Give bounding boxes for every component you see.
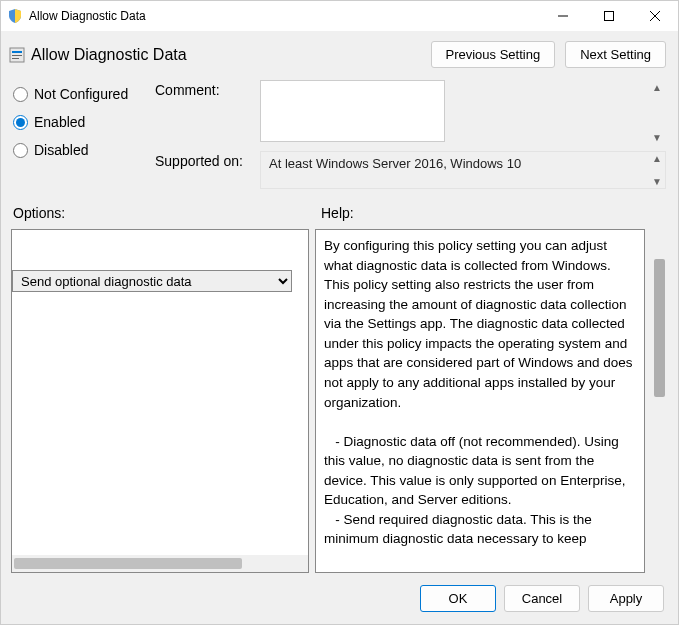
svg-rect-1 <box>605 12 614 21</box>
supported-on-value: At least Windows Server 2016, Windows 10 <box>260 151 666 189</box>
svg-rect-7 <box>12 58 19 59</box>
comment-scrollbar[interactable]: ▲ ▼ <box>649 82 665 143</box>
radio-not-configured-label: Not Configured <box>34 86 128 102</box>
options-select[interactable]: Send optional diagnostic data <box>12 270 292 292</box>
config-area: Not Configured Enabled Disabled Comment:… <box>1 74 678 193</box>
next-setting-button[interactable]: Next Setting <box>565 41 666 68</box>
radio-enabled[interactable]: Enabled <box>13 114 143 130</box>
radio-not-configured[interactable]: Not Configured <box>13 86 143 102</box>
previous-setting-button[interactable]: Previous Setting <box>431 41 556 68</box>
radio-disabled-label: Disabled <box>34 142 88 158</box>
svg-rect-6 <box>12 55 22 56</box>
title-bar: Allow Diagnostic Data <box>1 1 678 31</box>
scroll-up-icon: ▲ <box>649 82 665 93</box>
radio-disabled[interactable]: Disabled <box>13 142 143 158</box>
options-label: Options: <box>13 205 313 221</box>
radio-not-configured-input[interactable] <box>13 87 28 102</box>
help-label: Help: <box>313 205 666 221</box>
options-horizontal-scrollbar[interactable] <box>12 555 308 572</box>
supported-scrollbar: ▲ ▼ <box>649 153 665 187</box>
window-title: Allow Diagnostic Data <box>29 9 540 23</box>
supported-on-label: Supported on: <box>155 151 250 169</box>
radio-group: Not Configured Enabled Disabled <box>13 80 143 189</box>
ok-button[interactable]: OK <box>420 585 496 612</box>
policy-title: Allow Diagnostic Data <box>31 46 431 64</box>
close-button[interactable] <box>632 1 678 31</box>
scrollbar-thumb[interactable] <box>654 259 665 397</box>
scroll-down-icon: ▼ <box>649 176 665 187</box>
dialog-footer: OK Cancel Apply <box>1 577 678 624</box>
cancel-button[interactable]: Cancel <box>504 585 580 612</box>
help-vertical-scrollbar[interactable] <box>651 229 668 573</box>
radio-enabled-label: Enabled <box>34 114 85 130</box>
apply-button[interactable]: Apply <box>588 585 664 612</box>
window-controls <box>540 1 678 31</box>
radio-enabled-input[interactable] <box>13 115 28 130</box>
help-panel: By configuring this policy setting you c… <box>315 229 645 573</box>
policy-icon <box>9 47 25 63</box>
scroll-up-icon: ▲ <box>649 153 665 164</box>
panels-row: Send optional diagnostic data By configu… <box>1 225 678 577</box>
dialog-window: Allow Diagnostic Data Allow Diagnostic D… <box>0 0 679 625</box>
scrollbar-thumb[interactable] <box>14 558 242 569</box>
scroll-down-icon: ▼ <box>649 132 665 143</box>
svg-rect-5 <box>12 51 22 53</box>
panel-labels: Options: Help: <box>1 193 678 225</box>
minimize-button[interactable] <box>540 1 586 31</box>
app-icon <box>7 8 23 24</box>
help-text: By configuring this policy setting you c… <box>316 230 644 572</box>
options-panel: Send optional diagnostic data <box>11 229 309 573</box>
maximize-button[interactable] <box>586 1 632 31</box>
comment-textarea[interactable] <box>260 80 445 142</box>
dialog-header: Allow Diagnostic Data Previous Setting N… <box>1 31 678 74</box>
radio-disabled-input[interactable] <box>13 143 28 158</box>
comment-label: Comment: <box>155 80 250 98</box>
